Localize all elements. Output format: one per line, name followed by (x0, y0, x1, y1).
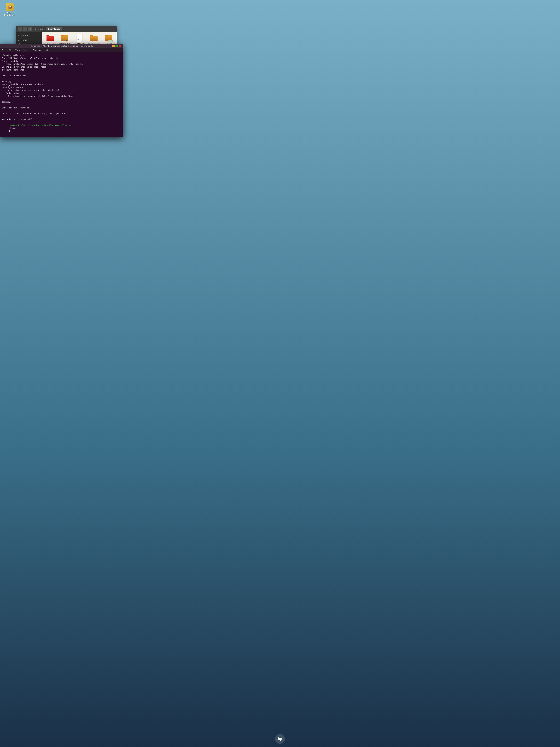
menu-help[interactable]: Help (44, 49, 50, 52)
breadcrumb-downloads[interactable]: Downloads (46, 27, 62, 30)
term-line: depmod... (2, 101, 121, 103)
text-file-icon: 1101011010 (76, 34, 83, 42)
breadcrumb: ⌂ Home › Downloads › (33, 27, 115, 30)
terminal-body[interactable]: cleaning build area... 'make' KDIR=/lib/… (0, 52, 123, 137)
term-line: DKMS: build completed. (2, 74, 121, 77)
term-line: - Installation (2, 92, 121, 95)
terminal-title: hoa@hoa-HP-Pavilion-Gaming-Laptop-15-dk0… (12, 45, 112, 47)
breadcrumb-sep2: › (62, 28, 63, 30)
desktop-icon-sdk[interactable]: 📦 SDK_ Develope... (3, 3, 16, 16)
term-line: - No original module exists within this … (2, 89, 121, 92)
menu-edit[interactable]: Edit (8, 49, 13, 52)
sidebar-item-home[interactable]: ⌂ Home (16, 37, 42, 42)
term-empty (2, 115, 121, 118)
close-button[interactable]: ✕ (118, 45, 121, 47)
sdk-icon: 📦 (6, 3, 14, 11)
terminal-window: hoa@hoa-HP-Pavilion-Gaming-Laptop-15-dk0… (0, 44, 123, 137)
term-line: uninstall.sh script generated in "/opt/i… (2, 112, 121, 115)
recent-icon: ⊙ (18, 34, 20, 36)
term-prompt-line: hoa@hoa-HP-Pavilion-Gaming-Laptop-15-dk0… (2, 121, 121, 135)
home-icon: ⌂ (18, 38, 20, 41)
term-empty (2, 103, 121, 106)
term-line: - Original module (2, 86, 121, 89)
desktop-icon-label: SDK_ Develope... (3, 12, 16, 16)
sidebar-home-label: Home (21, 39, 27, 41)
back-button[interactable]: ‹ (18, 27, 22, 31)
term-line: cleaning build area... (2, 54, 121, 57)
terminal-command: lsmod (9, 127, 17, 129)
terminal-prompt: hoa@hoa-HP-Pavilion-Gaming-Laptop-15-dk0… (9, 124, 75, 126)
forward-button[interactable]: › (23, 27, 27, 31)
term-empty (2, 98, 121, 101)
term-line: cleaning build area... (2, 69, 121, 71)
sidebar-item-recent[interactable]: ⊙ Recent (16, 33, 42, 37)
menu-search[interactable]: Search (23, 49, 31, 52)
term-line: Running module version sanity check. (2, 83, 121, 86)
term-line: Signing module: (2, 60, 121, 62)
term-line: Installation is successful! (2, 118, 121, 121)
menu-file[interactable]: File (1, 49, 6, 52)
hp-logo: hp (275, 734, 285, 744)
folder-icon (46, 34, 54, 42)
term-empty (2, 109, 121, 112)
folder-zip-icon: zip (61, 34, 69, 42)
term-line: 'make' KDIR=/lib/modules/5.3.0-42-generi… (2, 57, 121, 60)
terminal-cursor (9, 130, 10, 132)
term-line: Secure Boot not enabled on this system. (2, 66, 121, 69)
archive-icon: tar.gz (105, 34, 113, 42)
maximize-button[interactable]: □ (115, 45, 118, 47)
terminal-menubar: File Edit View Search Terminal Help (0, 48, 123, 52)
term-line: intel_sgx: (2, 80, 121, 83)
breadcrumb-home[interactable]: ⌂ Home (33, 27, 44, 30)
term-line: DKMS: install completed. (2, 106, 121, 109)
menu-view[interactable]: View (15, 49, 21, 52)
terminal-controls: – □ ✕ (112, 45, 121, 47)
term-line: - /var/lib/dkms/sgx/1.21/5.3.0-42-generi… (2, 62, 121, 66)
up-button[interactable]: ◂ (28, 27, 32, 31)
term-empty (2, 71, 121, 74)
folder-icon2 (90, 34, 98, 42)
menu-terminal[interactable]: Terminal (32, 49, 42, 52)
term-line: - Installing to /lib/modules/5.3.0-42-ge… (2, 95, 121, 98)
minimize-button[interactable]: – (112, 45, 115, 47)
terminal-header: hoa@hoa-HP-Pavilion-Gaming-Laptop-15-dk0… (0, 44, 123, 48)
sidebar-recent-label: Recent (21, 34, 29, 36)
breadcrumb-sep: › (45, 28, 46, 30)
file-manager-toolbar: ‹ › ◂ ⌂ Home › Downloads › (16, 26, 117, 32)
term-empty (2, 77, 121, 80)
